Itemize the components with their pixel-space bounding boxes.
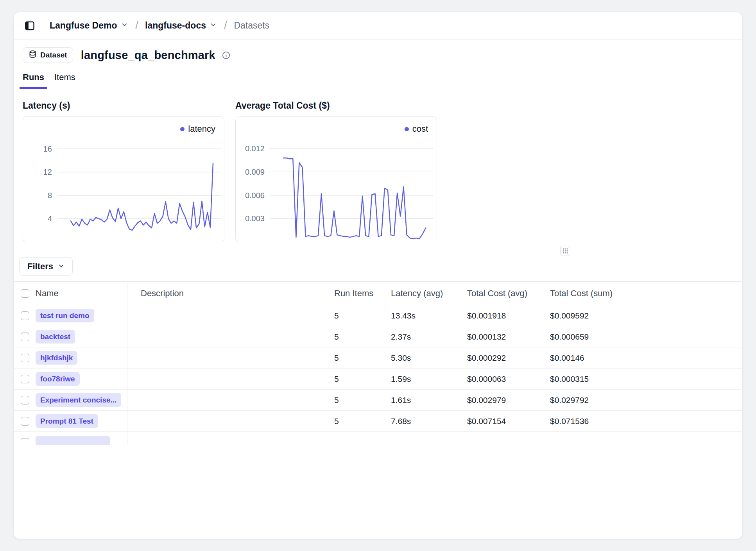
total-cost-avg: $0.000063 — [454, 369, 537, 389]
row-checkbox-cell — [14, 326, 36, 347]
breadcrumb-section[interactable]: Datasets — [234, 20, 269, 31]
svg-text:0.003: 0.003 — [245, 214, 265, 223]
total-cost-avg: $0.000292 — [454, 347, 537, 368]
run-items-count: 5 — [321, 369, 378, 389]
select-all-checkbox[interactable] — [21, 289, 29, 298]
run-items-count: 5 — [321, 347, 378, 368]
latency-avg: 5.30s — [378, 347, 454, 368]
breadcrumb: Langfuse Demo / langfuse-docs / Datasets — [14, 12, 742, 39]
run-items-count: 5 — [321, 326, 378, 347]
run-items-count: 5 — [321, 411, 378, 431]
run-name-cell: Prompt 81 Test — [36, 411, 127, 431]
dataset-header: Dataset langfuse_qa_benchmark — [23, 47, 742, 63]
run-description — [127, 432, 321, 445]
svg-text:0.012: 0.012 — [245, 144, 265, 153]
legend-dot-icon — [405, 127, 409, 131]
row-checkbox[interactable] — [21, 354, 29, 362]
run-name-pill[interactable]: hjkfdshjk — [36, 351, 77, 365]
filters-button-label: Filters — [27, 261, 53, 272]
table-header: Name Description Run Items Latency (avg)… — [14, 282, 742, 305]
column-header-name: Name — [36, 282, 127, 305]
breadcrumb-org[interactable]: Langfuse Demo — [50, 20, 128, 31]
total-cost-avg: $0.000132 — [454, 326, 537, 347]
row-checkbox[interactable] — [21, 311, 29, 320]
run-description — [127, 369, 321, 389]
run-name-pill[interactable]: test run demo — [36, 309, 94, 322]
total-cost-avg — [454, 432, 537, 445]
latency-chart-block: Latency (s) 161284 latency — [23, 100, 224, 242]
run-name-pill[interactable]: backtest — [36, 330, 75, 343]
info-icon[interactable] — [222, 51, 231, 60]
row-checkbox[interactable] — [21, 396, 29, 404]
run-description — [127, 305, 321, 326]
filters-row: Filters — [19, 257, 742, 276]
row-checkbox-cell — [14, 305, 36, 326]
tab-items[interactable]: Items — [51, 72, 79, 89]
cost-chart-block: Average Total Cost ($) 0.0120.0090.0060.… — [235, 100, 437, 242]
total-cost-sum: $0.029792 — [537, 390, 742, 410]
org-name: Langfuse Demo — [50, 20, 117, 31]
row-checkbox-cell — [14, 411, 36, 431]
breadcrumb-project[interactable]: langfuse-docs — [145, 20, 217, 31]
svg-text:4: 4 — [48, 214, 52, 223]
run-description — [127, 411, 321, 431]
total-cost-sum: $0.000659 — [537, 326, 742, 347]
table-row: test run demo513.43s$0.001918$0.009592 — [14, 305, 742, 326]
sidebar-toggle-icon[interactable] — [24, 20, 36, 32]
run-name-pill[interactable]: foo78riwe — [36, 372, 80, 386]
cost-legend: cost — [405, 124, 428, 134]
run-items-count — [321, 432, 378, 445]
total-cost-sum: $0.009592 — [537, 305, 742, 326]
chevron-down-icon — [58, 261, 64, 272]
row-checkbox[interactable] — [21, 375, 29, 383]
tab-runs[interactable]: Runs — [20, 72, 47, 89]
breadcrumb-separator: / — [224, 20, 227, 32]
svg-text:0.006: 0.006 — [245, 191, 265, 200]
tab-bar: Runs Items — [20, 72, 742, 89]
table-row: backtest52.37s$0.000132$0.000659 — [14, 326, 742, 347]
column-header-description: Description — [127, 282, 321, 305]
main-panel: Langfuse Demo / langfuse-docs / Datasets — [13, 12, 743, 539]
row-checkbox-cell — [14, 390, 36, 410]
table-row — [14, 432, 742, 445]
run-name-cell: Experiment concise... — [36, 390, 127, 410]
legend-dot-icon — [180, 127, 185, 131]
row-checkbox-cell — [14, 369, 36, 389]
breadcrumb-separator: / — [135, 20, 138, 32]
column-header-latency-avg: Latency (avg) — [378, 282, 454, 305]
table-body: test run demo513.43s$0.001918$0.009592ba… — [14, 305, 742, 445]
run-description — [127, 347, 321, 368]
column-header-total-cost-sum: Total Cost (sum) — [537, 282, 742, 305]
run-name-cell: foo78riwe — [36, 369, 127, 389]
chevron-down-icon — [121, 21, 128, 30]
svg-text:0.009: 0.009 — [245, 168, 265, 176]
total-cost-avg: $0.007154 — [454, 411, 537, 431]
latency-chart: 161284 latency — [23, 116, 224, 242]
total-cost-avg: $0.001918 — [454, 305, 537, 326]
legend-label: cost — [412, 124, 428, 134]
run-items-count: 5 — [321, 390, 378, 410]
project-name: langfuse-docs — [145, 20, 206, 31]
table-row: hjkfdshjk55.30s$0.000292$0.00146 — [14, 347, 742, 369]
grip-dots-icon — [562, 247, 569, 254]
run-name-pill[interactable]: Experiment concise... — [36, 393, 121, 407]
row-checkbox-cell — [14, 347, 36, 368]
row-checkbox[interactable] — [21, 438, 29, 445]
table-row: Prompt 81 Test57.68s$0.007154$0.071536 — [14, 411, 742, 432]
latency-avg: 1.61s — [378, 390, 454, 410]
column-header-total-cost-avg: Total Cost (avg) — [454, 282, 537, 305]
run-description — [127, 390, 321, 410]
cost-chart-title: Average Total Cost ($) — [235, 100, 437, 111]
cost-chart: 0.0120.0090.0060.003 cost — [235, 116, 437, 242]
row-checkbox-cell — [14, 432, 36, 445]
filters-button[interactable]: Filters — [19, 257, 73, 276]
row-checkbox[interactable] — [21, 333, 29, 341]
run-name-pill[interactable] — [36, 436, 110, 445]
row-checkbox[interactable] — [21, 417, 29, 426]
total-cost-sum: $0.000315 — [537, 369, 742, 389]
dataset-badge: Dataset — [23, 47, 73, 63]
drag-handle[interactable] — [560, 246, 570, 256]
total-cost-sum: $0.071536 — [537, 411, 742, 431]
run-name-pill[interactable]: Prompt 81 Test — [36, 414, 98, 428]
legend-label: latency — [188, 124, 215, 134]
